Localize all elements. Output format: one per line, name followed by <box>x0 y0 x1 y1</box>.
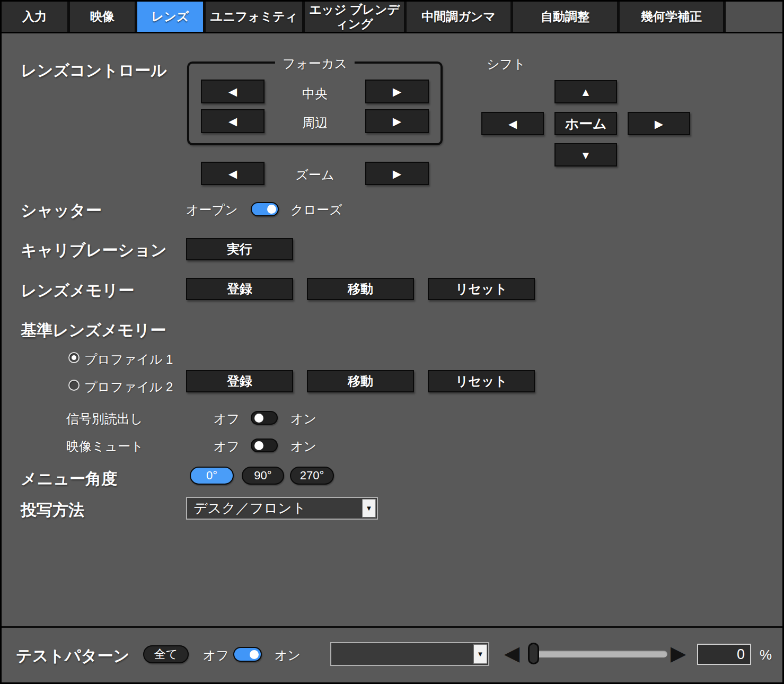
tab-video[interactable]: 映像 <box>70 2 135 32</box>
left-arrow-icon: ◀ <box>228 86 237 97</box>
bottom-divider <box>2 626 782 628</box>
reference-reset-button[interactable]: リセット <box>428 370 535 392</box>
shift-label: シフト <box>487 56 526 73</box>
profile-2-label: プロファイル 2 <box>84 379 173 396</box>
video-mute-on-label: オン <box>290 438 316 455</box>
projection-method-value: デスク／フロント <box>187 499 362 518</box>
shift-right-button[interactable]: ▶ <box>628 112 690 135</box>
dropdown-arrow-icon[interactable]: ▼ <box>362 499 376 518</box>
tab-bar: 入力 映像 レンズ ユニフォミティ エッジ ブレンディング 中間調ガンマ 自動調… <box>2 2 782 33</box>
focus-periphery-decrease-button[interactable]: ◀ <box>201 109 265 133</box>
reference-lens-memory-label: 基準レンズメモリー <box>21 320 166 341</box>
toggle-knob <box>254 441 263 450</box>
test-pattern-dropdown[interactable]: ▼ <box>330 642 489 666</box>
profile-1-radio[interactable] <box>68 352 80 363</box>
tab-edge-blending[interactable]: エッジ ブレンディング <box>305 2 404 32</box>
right-arrow-icon: ▶ <box>393 168 401 179</box>
left-arrow-icon: ◀ <box>228 168 237 179</box>
test-pattern-all-button[interactable]: 全て <box>143 645 189 663</box>
zoom-decrease-button[interactable]: ◀ <box>201 162 265 185</box>
right-arrow-icon: ▶ <box>655 118 663 129</box>
shutter-close-label: クローズ <box>290 201 342 218</box>
tab-geometric-correction[interactable]: 幾何学補正 <box>620 2 723 32</box>
video-mute-off-label: オフ <box>214 438 240 455</box>
video-mute-label: 映像ミュート <box>66 438 144 455</box>
shutter-toggle[interactable] <box>251 202 279 216</box>
tab-uniformity[interactable]: ユニフォミティ <box>206 2 302 32</box>
focus-center-decrease-button[interactable]: ◀ <box>201 80 265 103</box>
right-arrow-icon: ▶ <box>393 86 401 97</box>
focus-periphery-label: 周辺 <box>280 115 349 131</box>
shift-left-button[interactable]: ◀ <box>481 112 544 135</box>
tab-lens[interactable]: レンズ <box>137 2 203 32</box>
left-arrow-icon: ◀ <box>228 116 237 127</box>
focus-center-increase-button[interactable]: ▶ <box>365 80 429 103</box>
shutter-open-label: オープン <box>186 201 238 218</box>
tab-empty <box>726 2 782 32</box>
shift-up-button[interactable]: ▲ <box>554 80 617 103</box>
reference-register-button[interactable]: 登録 <box>186 370 293 392</box>
video-mute-toggle[interactable] <box>251 439 278 452</box>
lens-memory-register-button[interactable]: 登録 <box>186 278 293 300</box>
dropdown-arrow-icon[interactable]: ▼ <box>473 644 487 664</box>
down-arrow-icon: ▼ <box>580 150 592 161</box>
test-pattern-slider-track[interactable] <box>534 651 667 657</box>
signal-readout-toggle[interactable] <box>251 411 278 425</box>
menu-angle-0-button[interactable]: 0° <box>190 467 234 485</box>
toggle-knob <box>267 205 276 214</box>
right-arrow-icon: ▶ <box>393 116 401 127</box>
test-pattern-on-label: オン <box>275 647 301 664</box>
projection-method-label: 投写方法 <box>21 499 84 521</box>
signal-readout-on-label: オン <box>290 410 316 427</box>
toggle-knob <box>254 414 263 423</box>
toggle-knob <box>250 650 259 659</box>
profile-1-label: プロファイル 1 <box>84 351 173 368</box>
menu-angle-270-button[interactable]: 270° <box>290 467 334 485</box>
focus-legend: フォーカス <box>275 55 355 72</box>
reference-move-button[interactable]: 移動 <box>307 370 414 392</box>
shift-down-button[interactable]: ▼ <box>554 143 617 166</box>
zoom-increase-button[interactable]: ▶ <box>365 162 429 185</box>
test-pattern-label: テストパターン <box>16 645 129 667</box>
test-pattern-slider-knob[interactable] <box>528 643 539 664</box>
slider-decrease-icon[interactable]: ◀ <box>504 643 519 663</box>
test-pattern-off-label: オフ <box>203 647 229 664</box>
tab-midtone-gamma[interactable]: 中間調ガンマ <box>407 2 510 32</box>
shift-home-button[interactable]: ホーム <box>554 112 617 135</box>
projector-control-window: 入力 映像 レンズ ユニフォミティ エッジ ブレンディング 中間調ガンマ 自動調… <box>0 0 784 684</box>
shutter-label: シャッター <box>21 200 102 222</box>
tab-auto-adjust[interactable]: 自動調整 <box>513 2 617 32</box>
calibration-label: キャリブレーション <box>21 240 167 261</box>
profile-2-radio[interactable] <box>68 380 80 391</box>
lens-memory-move-button[interactable]: 移動 <box>307 278 414 300</box>
lens-memory-reset-button[interactable]: リセット <box>428 278 535 300</box>
projection-method-dropdown[interactable]: デスク／フロント ▼ <box>186 497 378 520</box>
focus-center-label: 中央 <box>280 85 349 102</box>
test-pattern-percent-field[interactable]: 0 <box>697 644 751 665</box>
menu-angle-90-button[interactable]: 90° <box>242 467 284 485</box>
focus-periphery-increase-button[interactable]: ▶ <box>365 109 429 133</box>
zoom-label: ズーム <box>280 166 349 183</box>
left-arrow-icon: ◀ <box>508 118 517 129</box>
slider-increase-icon[interactable]: ▶ <box>671 643 686 663</box>
up-arrow-icon: ▲ <box>580 86 592 98</box>
tab-input[interactable]: 入力 <box>2 2 67 32</box>
lens-memory-label: レンズメモリー <box>21 280 134 302</box>
lens-control-label: レンズコントロール <box>21 60 167 82</box>
menu-angle-label: メニュー角度 <box>21 468 117 490</box>
signal-readout-off-label: オフ <box>214 410 240 427</box>
calibration-execute-button[interactable]: 実行 <box>186 238 293 260</box>
test-pattern-toggle[interactable] <box>233 647 262 662</box>
signal-readout-label: 信号別読出し <box>66 410 143 427</box>
percent-unit-label: % <box>760 647 772 663</box>
